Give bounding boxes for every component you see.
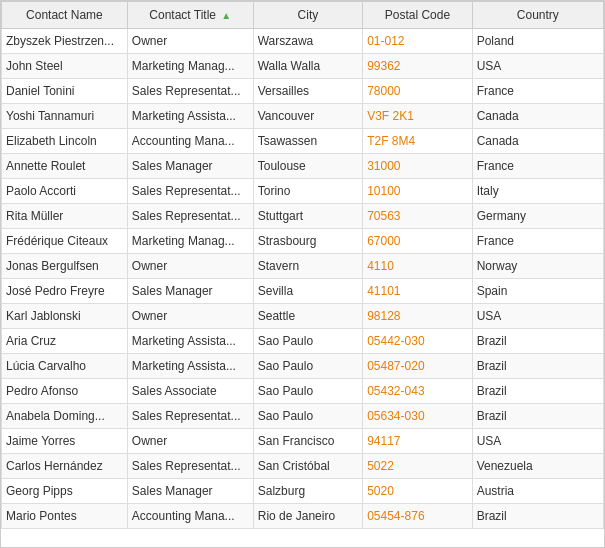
cell-name: Frédérique Citeaux [2, 229, 128, 254]
cell-postal: 99362 [363, 54, 472, 79]
table-row[interactable]: Carlos HernándezSales Representat...San … [2, 454, 604, 479]
cell-city: Sao Paulo [253, 404, 362, 429]
table-row[interactable]: Yoshi TannamuriMarketing Assista...Vanco… [2, 104, 604, 129]
cell-name: Anabela Doming... [2, 404, 128, 429]
table-row[interactable]: Frédérique CiteauxMarketing Manag...Stra… [2, 229, 604, 254]
cell-country: France [472, 154, 603, 179]
table-row[interactable]: Zbyszek Piestrzen...OwnerWarszawa01-012P… [2, 29, 604, 54]
cell-name: Mario Pontes [2, 504, 128, 529]
col-city-label: City [298, 8, 319, 22]
cell-title: Owner [127, 29, 253, 54]
cell-name: Annette Roulet [2, 154, 128, 179]
table-row[interactable]: Daniel ToniniSales Representat...Versail… [2, 79, 604, 104]
cell-city: Warszawa [253, 29, 362, 54]
table-row[interactable]: Mario PontesAccounting Mana...Rio de Jan… [2, 504, 604, 529]
cell-title: Marketing Assista... [127, 104, 253, 129]
cell-name: Zbyszek Piestrzen... [2, 29, 128, 54]
cell-city: San Cristóbal [253, 454, 362, 479]
table-row[interactable]: Georg PippsSales ManagerSalzburg5020Aust… [2, 479, 604, 504]
table-row[interactable]: Jonas BergulfsenOwnerStavern4110Norway [2, 254, 604, 279]
cell-title: Sales Representat... [127, 204, 253, 229]
col-header-title[interactable]: Contact Title ▲ [127, 2, 253, 29]
col-header-name[interactable]: Contact Name [2, 2, 128, 29]
col-header-city[interactable]: City [253, 2, 362, 29]
table-row[interactable]: John SteelMarketing Manag...Walla Walla9… [2, 54, 604, 79]
cell-name: José Pedro Freyre [2, 279, 128, 304]
cell-title: Sales Representat... [127, 79, 253, 104]
cell-city: Toulouse [253, 154, 362, 179]
cell-title: Accounting Mana... [127, 129, 253, 154]
data-table-container[interactable]: Contact Name Contact Title ▲ City Postal… [0, 0, 605, 548]
cell-city: Strasbourg [253, 229, 362, 254]
cell-city: Walla Walla [253, 54, 362, 79]
col-postal-label: Postal Code [385, 8, 450, 22]
cell-title: Marketing Assista... [127, 354, 253, 379]
table-row[interactable]: Anabela Doming...Sales Representat...Sao… [2, 404, 604, 429]
table-row[interactable]: Pedro AfonsoSales AssociateSao Paulo0543… [2, 379, 604, 404]
cell-country: USA [472, 304, 603, 329]
table-row[interactable]: Karl JablonskiOwnerSeattle98128USA [2, 304, 604, 329]
cell-title: Owner [127, 429, 253, 454]
table-row[interactable]: José Pedro FreyreSales ManagerSevilla411… [2, 279, 604, 304]
cell-city: Sao Paulo [253, 329, 362, 354]
table-row[interactable]: Paolo AccortiSales Representat...Torino1… [2, 179, 604, 204]
col-header-country[interactable]: Country [472, 2, 603, 29]
cell-title: Sales Associate [127, 379, 253, 404]
col-title-label: Contact Title [149, 8, 216, 22]
cell-postal: 05442-030 [363, 329, 472, 354]
table-row[interactable]: Aria CruzMarketing Assista...Sao Paulo05… [2, 329, 604, 354]
col-header-postal[interactable]: Postal Code [363, 2, 472, 29]
cell-postal: 10100 [363, 179, 472, 204]
col-country-label: Country [517, 8, 559, 22]
cell-city: Vancouver [253, 104, 362, 129]
cell-country: USA [472, 429, 603, 454]
cell-country: Spain [472, 279, 603, 304]
cell-country: Norway [472, 254, 603, 279]
cell-postal: T2F 8M4 [363, 129, 472, 154]
cell-country: France [472, 229, 603, 254]
cell-postal: 5022 [363, 454, 472, 479]
table-row[interactable]: Annette RouletSales ManagerToulouse31000… [2, 154, 604, 179]
cell-city: Sao Paulo [253, 354, 362, 379]
cell-title: Marketing Assista... [127, 329, 253, 354]
contacts-table: Contact Name Contact Title ▲ City Postal… [1, 1, 604, 529]
cell-country: Brazil [472, 354, 603, 379]
table-row[interactable]: Lúcia CarvalhoMarketing Assista...Sao Pa… [2, 354, 604, 379]
cell-country: Brazil [472, 504, 603, 529]
cell-postal: 98128 [363, 304, 472, 329]
cell-country: Canada [472, 104, 603, 129]
table-row[interactable]: Rita MüllerSales Representat...Stuttgart… [2, 204, 604, 229]
col-name-label: Contact Name [26, 8, 103, 22]
cell-name: Carlos Hernández [2, 454, 128, 479]
cell-postal: 4110 [363, 254, 472, 279]
cell-name: Karl Jablonski [2, 304, 128, 329]
cell-postal: 05454-876 [363, 504, 472, 529]
cell-title: Sales Representat... [127, 179, 253, 204]
cell-title: Sales Representat... [127, 454, 253, 479]
cell-title: Marketing Manag... [127, 229, 253, 254]
cell-city: Tsawassen [253, 129, 362, 154]
cell-name: Rita Müller [2, 204, 128, 229]
cell-title: Owner [127, 254, 253, 279]
cell-name: Daniel Tonini [2, 79, 128, 104]
cell-city: Torino [253, 179, 362, 204]
cell-name: Georg Pipps [2, 479, 128, 504]
cell-city: Sevilla [253, 279, 362, 304]
cell-country: USA [472, 54, 603, 79]
cell-postal: 70563 [363, 204, 472, 229]
cell-title: Accounting Mana... [127, 504, 253, 529]
cell-name: Paolo Accorti [2, 179, 128, 204]
cell-country: Austria [472, 479, 603, 504]
cell-postal: 41101 [363, 279, 472, 304]
cell-title: Owner [127, 304, 253, 329]
cell-country: Venezuela [472, 454, 603, 479]
cell-country: Canada [472, 129, 603, 154]
table-row[interactable]: Elizabeth LincolnAccounting Mana...Tsawa… [2, 129, 604, 154]
cell-title: Marketing Manag... [127, 54, 253, 79]
cell-postal: 5020 [363, 479, 472, 504]
cell-name: John Steel [2, 54, 128, 79]
cell-country: Germany [472, 204, 603, 229]
table-row[interactable]: Jaime YorresOwnerSan Francisco94117USA [2, 429, 604, 454]
cell-title: Sales Manager [127, 154, 253, 179]
cell-postal: 31000 [363, 154, 472, 179]
